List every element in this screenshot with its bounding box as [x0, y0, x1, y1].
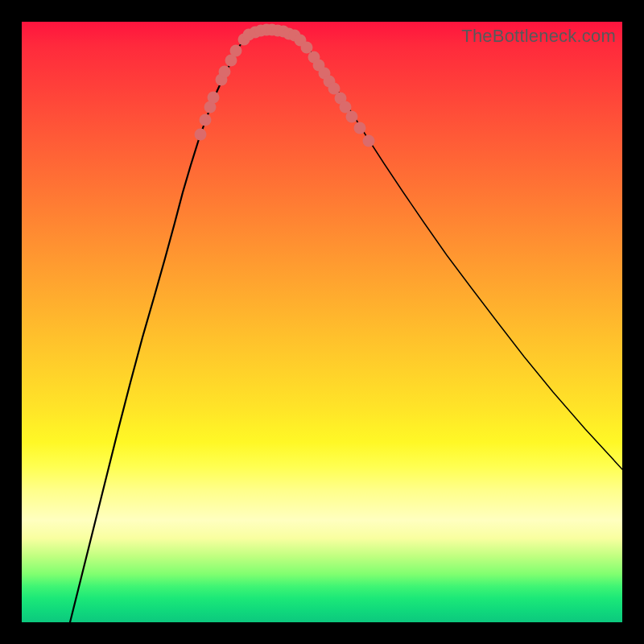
data-point: [219, 66, 231, 78]
data-point: [195, 129, 207, 141]
data-point: [208, 92, 220, 104]
data-point: [200, 114, 212, 126]
data-point: [346, 111, 358, 123]
data-point: [230, 45, 242, 57]
chart-svg: [22, 22, 622, 622]
data-point: [301, 42, 313, 54]
points-group: [195, 24, 375, 147]
data-point: [354, 122, 366, 134]
chart-frame: TheBottleneck.com: [0, 0, 644, 644]
data-point: [363, 135, 375, 147]
curve-left-branch: [70, 35, 247, 622]
plot-area: TheBottleneck.com: [22, 22, 622, 622]
